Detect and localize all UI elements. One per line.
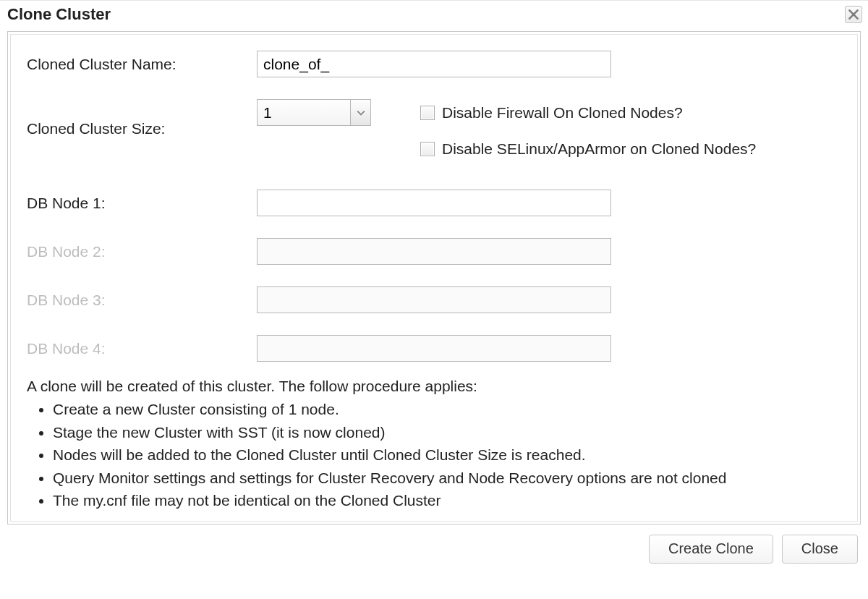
dialog-body-frame: Cloned Cluster Name: Cloned Cluster Size… [7,31,861,524]
info-intro: A clone will be created of this cluster.… [27,378,841,395]
form-grid-top: Cloned Cluster Name: Cloned Cluster Size… [27,51,841,158]
cloned-cluster-name-input[interactable] [257,51,611,77]
db-node-2-label: DB Node 2: [27,243,245,260]
disable-firewall-checkbox[interactable] [420,106,435,120]
dialog-body: Cloned Cluster Name: Cloned Cluster Size… [10,34,858,522]
info-list: Create a new Cluster consisting of 1 nod… [27,398,841,512]
disable-firewall-row: Disable Firewall On Cloned Nodes? [420,104,683,122]
dialog-title: Clone Cluster [7,5,111,24]
disable-selinux-row: Disable SELinux/AppArmor on Cloned Nodes… [420,140,756,158]
size-row: Disable Firewall On Cloned Nodes? Disabl… [257,99,841,158]
create-clone-button[interactable]: Create Clone [649,535,773,564]
db-node-1-label: DB Node 1: [27,195,245,212]
dialog-header: Clone Cluster [0,1,868,31]
info-bullet: The my.cnf file may not be identical on … [53,489,841,512]
chevron-down-icon [357,110,365,116]
db-node-3-label: DB Node 3: [27,292,245,309]
disable-selinux-checkbox[interactable] [420,142,435,156]
cluster-size-dropdown-button[interactable] [351,99,371,126]
disable-selinux-label: Disable SELinux/AppArmor on Cloned Nodes… [442,140,756,158]
db-node-1-input[interactable] [257,190,611,216]
cloned-cluster-name-label: Cloned Cluster Name: [27,56,245,73]
info-bullet: Create a new Cluster consisting of 1 nod… [53,398,841,421]
cloned-cluster-size-label: Cloned Cluster Size: [27,120,245,137]
db-node-4-input [257,335,611,362]
db-node-3-input [257,286,611,313]
info-bullet: Stage the new Cluster with SST (it is no… [53,421,841,444]
clone-cluster-dialog: Clone Cluster Cloned Cluster Name: Clone… [0,0,868,599]
disable-firewall-label: Disable Firewall On Cloned Nodes? [442,104,683,122]
info-bullet: Query Monitor settings and settings for … [53,467,841,490]
info-bullet: Nodes will be added to the Cloned Cluste… [53,443,841,467]
info-block: A clone will be created of this cluster.… [27,378,841,512]
db-node-2-input [257,238,611,265]
db-nodes-grid: DB Node 1: DB Node 2: DB Node 3: DB Node… [27,190,841,362]
cluster-size-spinner [257,99,371,126]
close-icon[interactable] [845,6,862,23]
close-button[interactable]: Close [782,535,858,564]
button-bar: Create Clone Close [0,524,868,564]
db-node-4-label: DB Node 4: [27,340,245,357]
cluster-size-input[interactable] [257,99,351,126]
